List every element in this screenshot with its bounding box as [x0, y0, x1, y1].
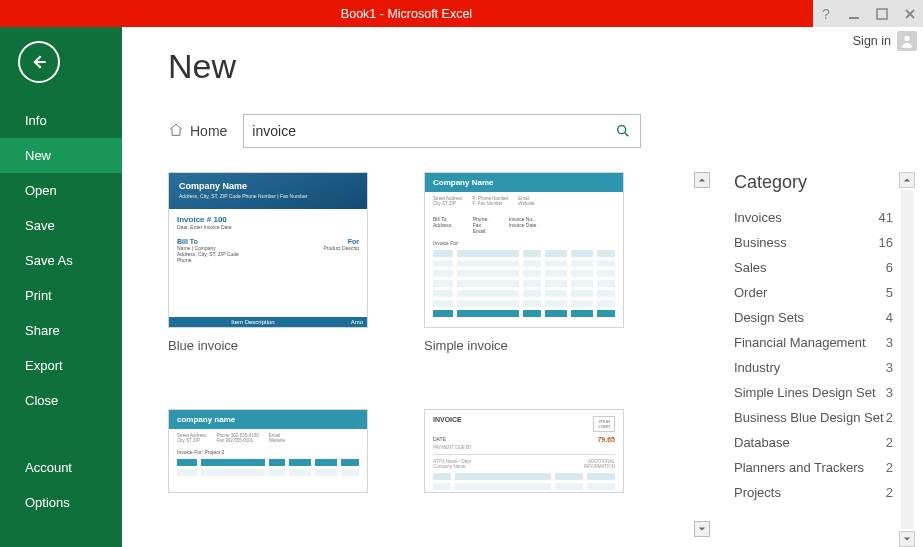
- template-label: Blue invoice: [168, 338, 368, 353]
- sidebar-item-close[interactable]: Close: [0, 383, 122, 418]
- category-item[interactable]: Order5: [732, 280, 895, 305]
- sidebar-item-saveas[interactable]: Save As: [0, 243, 122, 278]
- template-partial-2[interactable]: INVOICE YOURLOGO DATE79.65 PAYMENT DUE B…: [424, 409, 624, 493]
- sidebar-item-new[interactable]: New: [0, 138, 122, 173]
- svg-rect-0: [849, 17, 859, 19]
- sidebar-item-save[interactable]: Save: [0, 208, 122, 243]
- back-button[interactable]: [18, 41, 60, 83]
- template-thumbnail: Company Name Street AddressCity ST ZIPP:…: [424, 172, 624, 328]
- home-icon: [168, 122, 184, 141]
- template-thumbnail: Company Name Address, City, ST, ZIP Code…: [168, 172, 368, 328]
- template-simple-invoice[interactable]: Company Name Street AddressCity ST ZIPP:…: [424, 172, 624, 353]
- window-title: Book1 - Microsoft Excel: [0, 0, 813, 27]
- svg-point-3: [618, 126, 626, 134]
- search-input[interactable]: [252, 123, 614, 139]
- svg-rect-1: [877, 9, 887, 19]
- window-titlebar: Book1 - Microsoft Excel ?: [0, 0, 923, 27]
- sidebar-item-account[interactable]: Account: [0, 450, 122, 485]
- home-label: Home: [190, 123, 227, 139]
- svg-point-2: [904, 36, 909, 41]
- account-area: Sign in: [853, 27, 923, 55]
- backstage-content: Sign in New Home: [122, 27, 923, 547]
- scroll-up-icon[interactable]: [694, 172, 710, 188]
- categories-panel: Category Invoices41 Business16 Sales6 Or…: [732, 172, 923, 547]
- template-partial-1[interactable]: company name Street AddressCity ST ZIPPh…: [168, 409, 368, 493]
- category-item[interactable]: Projects2: [732, 480, 895, 505]
- scroll-up-icon[interactable]: [899, 172, 915, 188]
- template-blue-invoice[interactable]: Company Name Address, City, ST, ZIP Code…: [168, 172, 368, 353]
- templates-column: Company Name Address, City, ST, ZIP Code…: [168, 172, 674, 547]
- category-item[interactable]: Business16: [732, 230, 895, 255]
- templates-scrollbar[interactable]: [694, 172, 712, 547]
- categories-list: Invoices41 Business16 Sales6 Order5 Desi…: [732, 205, 895, 505]
- caption-buttons: ?: [813, 0, 923, 27]
- category-item[interactable]: Invoices41: [732, 205, 895, 230]
- category-item[interactable]: Industry3: [732, 355, 895, 380]
- help-button[interactable]: ?: [819, 7, 833, 21]
- backstage-sidebar: Info New Open Save Save As Print Share E…: [0, 27, 122, 547]
- restore-button[interactable]: [875, 7, 889, 21]
- scroll-down-icon[interactable]: [899, 531, 915, 547]
- close-button[interactable]: [903, 7, 917, 21]
- sidebar-item-share[interactable]: Share: [0, 313, 122, 348]
- category-item[interactable]: Database2: [732, 430, 895, 455]
- category-item[interactable]: Sales6: [732, 255, 895, 280]
- template-thumbnail: INVOICE YOURLOGO DATE79.65 PAYMENT DUE B…: [424, 409, 624, 493]
- template-label: Simple invoice: [424, 338, 624, 353]
- sidebar-item-print[interactable]: Print: [0, 278, 122, 313]
- sidebar-item-info[interactable]: Info: [0, 103, 122, 138]
- sidebar-item-open[interactable]: Open: [0, 173, 122, 208]
- category-item[interactable]: Simple Lines Design Set3: [732, 380, 895, 405]
- category-item[interactable]: Business Blue Design Set2: [732, 405, 895, 430]
- sidebar-item-options[interactable]: Options: [0, 485, 122, 520]
- page-title: New: [168, 47, 923, 86]
- categories-title: Category: [732, 172, 895, 193]
- category-item[interactable]: Design Sets4: [732, 305, 895, 330]
- categories-scrollbar[interactable]: [899, 172, 917, 547]
- scroll-down-icon[interactable]: [694, 521, 710, 537]
- search-box[interactable]: [243, 114, 641, 148]
- search-icon[interactable]: [614, 122, 632, 140]
- minimize-button[interactable]: [847, 7, 861, 21]
- signin-link[interactable]: Sign in: [853, 34, 891, 48]
- avatar-icon[interactable]: [897, 31, 917, 51]
- category-item[interactable]: Financial Management3: [732, 330, 895, 355]
- template-thumbnail: company name Street AddressCity ST ZIPPh…: [168, 409, 368, 493]
- search-row: Home: [168, 114, 923, 148]
- sidebar-menu: Info New Open Save Save As Print Share E…: [0, 103, 122, 520]
- home-link[interactable]: Home: [168, 122, 227, 141]
- sidebar-item-export[interactable]: Export: [0, 348, 122, 383]
- category-item[interactable]: Planners and Trackers2: [732, 455, 895, 480]
- scroll-track[interactable]: [901, 190, 913, 529]
